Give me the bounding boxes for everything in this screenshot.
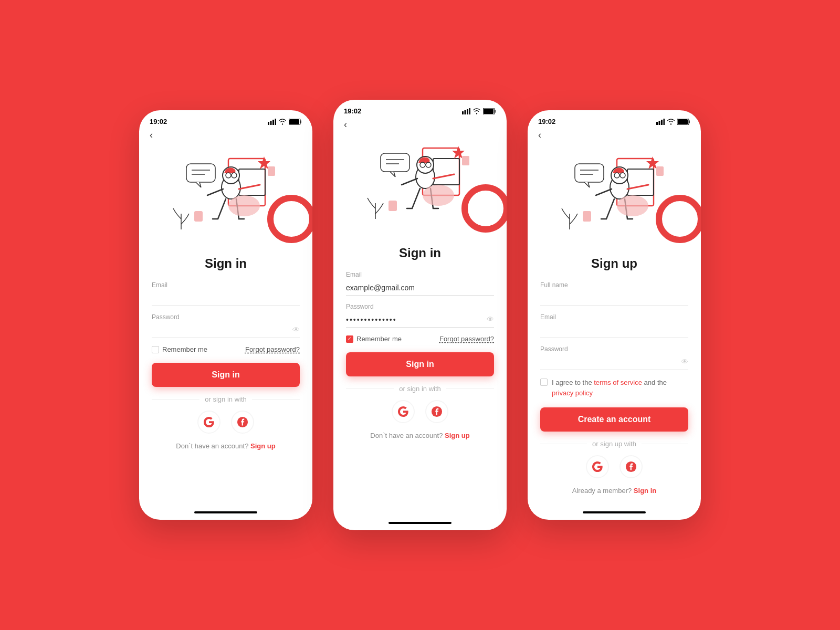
divider-1: or sign in with: [152, 395, 300, 403]
facebook-button-3[interactable]: [620, 455, 643, 478]
svg-rect-59: [575, 164, 604, 182]
svg-rect-7: [239, 169, 265, 195]
svg-rect-21: [268, 166, 275, 176]
create-account-button[interactable]: Create an account: [540, 407, 688, 432]
forgot-link-1[interactable]: Forgot password?: [245, 345, 300, 353]
svg-rect-66: [583, 211, 591, 222]
fullname-group: Full name: [540, 281, 688, 306]
or-text-1: or sign in with: [205, 395, 246, 403]
password-label-3: Password: [540, 345, 688, 353]
password-input-1[interactable]: [152, 323, 300, 338]
status-bar-3: 19:02: [528, 110, 701, 128]
terms-text: I agree to the terms of service and the …: [552, 377, 688, 398]
signin-link-3[interactable]: Sign in: [634, 487, 656, 495]
bottom-text-3: Already a member? Sign in: [540, 487, 688, 495]
password-label-1: Password: [152, 313, 300, 321]
facebook-button-1[interactable]: [231, 411, 254, 434]
or-text-3: or sign up with: [592, 440, 636, 448]
screen-title-2: Sign in: [346, 246, 494, 260]
illustration-3: [528, 143, 701, 248]
svg-rect-49: [664, 119, 665, 125]
password-label-2: Password: [346, 303, 494, 310]
email-input-3[interactable]: [540, 323, 688, 338]
forgot-link-2[interactable]: Forgot password?: [439, 335, 494, 343]
google-button-3[interactable]: [586, 455, 609, 478]
back-button-1[interactable]: ‹: [139, 128, 312, 143]
time-1: 19:02: [150, 118, 167, 125]
facebook-icon-2: [431, 406, 443, 417]
remember-checkbox-2[interactable]: [346, 335, 353, 343]
svg-point-40: [423, 185, 454, 206]
svg-rect-20: [194, 211, 203, 222]
remember-label-2: Remember me: [356, 335, 402, 343]
svg-point-62: [659, 198, 701, 240]
password-group-1: Password 👁: [152, 313, 300, 338]
back-button-3[interactable]: ‹: [528, 128, 701, 143]
signin-button-1[interactable]: Sign in: [152, 363, 300, 387]
signal-icon-2: [462, 108, 470, 114]
signup-link-2[interactable]: Sign up: [445, 432, 470, 439]
illustration-1: [139, 143, 312, 248]
divider-line-right-1: [252, 399, 300, 400]
time-3: 19:02: [538, 118, 555, 125]
social-icons-2: [346, 400, 494, 423]
battery-icon-3: [677, 119, 690, 125]
eye-icon-2[interactable]: 👁: [487, 315, 494, 323]
eye-icon-3[interactable]: 👁: [681, 358, 688, 366]
password-group-3: Password 👁: [540, 345, 688, 370]
terms-checkbox[interactable]: [540, 379, 548, 386]
svg-rect-30: [433, 159, 459, 185]
svg-rect-53: [627, 169, 654, 195]
svg-rect-67: [656, 166, 664, 176]
google-button-1[interactable]: [197, 411, 220, 434]
google-button-2[interactable]: [392, 400, 415, 423]
email-group-3: Email: [540, 313, 688, 338]
home-indicator-2: [388, 522, 452, 524]
status-icons-3: [656, 119, 690, 125]
terms-of-service-link[interactable]: terms of service: [594, 379, 642, 386]
remember-me-2[interactable]: Remember me: [346, 335, 402, 343]
signal-icon-1: [268, 119, 276, 125]
content-2: Sign in Email Password 👁 Remember me For…: [333, 237, 507, 517]
signin-button-2[interactable]: Sign in: [346, 352, 494, 376]
bottom-text-1: Don`t have an account? Sign up: [152, 442, 300, 450]
password-input-2[interactable]: [346, 312, 494, 328]
time-2: 19:02: [344, 107, 361, 115]
remember-label-1: Remember me: [162, 345, 207, 353]
svg-rect-51: [678, 119, 688, 124]
email-label-2: Email: [346, 271, 494, 278]
svg-rect-44: [462, 156, 469, 165]
battery-icon-2: [483, 108, 496, 114]
social-icons-1: [152, 411, 300, 434]
wifi-icon-2: [472, 108, 481, 114]
fullname-label: Full name: [540, 281, 688, 289]
options-row-1: Remember me Forgot password?: [152, 345, 300, 353]
screen-title-1: Sign in: [152, 256, 300, 271]
google-icon-3: [592, 461, 603, 472]
svg-rect-43: [388, 201, 397, 211]
password-input-3[interactable]: [540, 355, 688, 370]
signal-icon-3: [656, 119, 665, 125]
home-indicator-1: [194, 511, 257, 513]
svg-point-39: [465, 187, 507, 229]
back-button-2[interactable]: ‹: [333, 117, 507, 132]
facebook-icon-3: [625, 461, 637, 472]
email-input-2[interactable]: [346, 280, 494, 296]
email-input-1[interactable]: [152, 291, 300, 306]
divider-line-left-1: [152, 399, 200, 400]
divider-line-left-2: [346, 388, 394, 389]
svg-rect-36: [381, 153, 410, 172]
bottom-text-2: Don`t have an account? Sign up: [346, 432, 494, 439]
privacy-policy-link[interactable]: privacy policy: [552, 389, 593, 397]
status-icons-1: [268, 119, 302, 125]
remember-checkbox-1[interactable]: [152, 346, 159, 353]
svg-rect-1: [270, 121, 272, 125]
svg-point-16: [270, 198, 312, 240]
svg-rect-26: [469, 108, 471, 114]
or-text-2: or sign in with: [399, 385, 440, 393]
signup-link-1[interactable]: Sign up: [250, 442, 276, 450]
eye-icon-1[interactable]: 👁: [292, 326, 300, 334]
facebook-button-2[interactable]: [425, 400, 448, 423]
fullname-input[interactable]: [540, 291, 688, 306]
remember-me-1[interactable]: Remember me: [152, 345, 207, 353]
